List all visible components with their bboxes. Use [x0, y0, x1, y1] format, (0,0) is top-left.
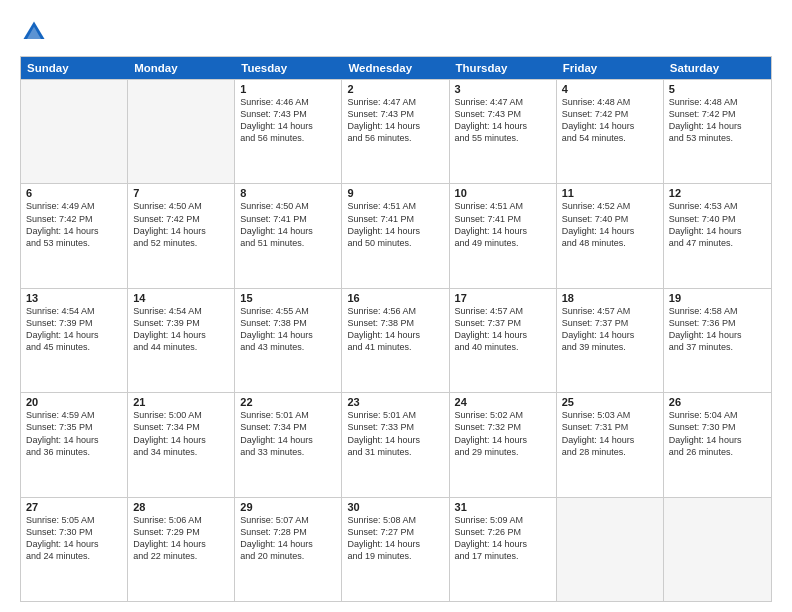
- cell-info: Sunrise: 5:03 AM Sunset: 7:31 PM Dayligh…: [562, 409, 658, 458]
- weekday-header: Friday: [557, 57, 664, 79]
- day-number: 5: [669, 83, 766, 95]
- day-number: 24: [455, 396, 551, 408]
- weekday-header: Wednesday: [342, 57, 449, 79]
- calendar-cell: 18Sunrise: 4:57 AM Sunset: 7:37 PM Dayli…: [557, 289, 664, 392]
- cell-info: Sunrise: 5:06 AM Sunset: 7:29 PM Dayligh…: [133, 514, 229, 563]
- calendar-cell: 17Sunrise: 4:57 AM Sunset: 7:37 PM Dayli…: [450, 289, 557, 392]
- calendar-body: 1Sunrise: 4:46 AM Sunset: 7:43 PM Daylig…: [21, 79, 771, 601]
- calendar-cell: 13Sunrise: 4:54 AM Sunset: 7:39 PM Dayli…: [21, 289, 128, 392]
- day-number: 10: [455, 187, 551, 199]
- calendar-row: 13Sunrise: 4:54 AM Sunset: 7:39 PM Dayli…: [21, 288, 771, 392]
- day-number: 27: [26, 501, 122, 513]
- cell-info: Sunrise: 4:48 AM Sunset: 7:42 PM Dayligh…: [669, 96, 766, 145]
- weekday-header: Sunday: [21, 57, 128, 79]
- calendar-row: 20Sunrise: 4:59 AM Sunset: 7:35 PM Dayli…: [21, 392, 771, 496]
- calendar-cell: 30Sunrise: 5:08 AM Sunset: 7:27 PM Dayli…: [342, 498, 449, 601]
- weekday-header: Saturday: [664, 57, 771, 79]
- calendar-cell: 9Sunrise: 4:51 AM Sunset: 7:41 PM Daylig…: [342, 184, 449, 287]
- calendar-cell: 22Sunrise: 5:01 AM Sunset: 7:34 PM Dayli…: [235, 393, 342, 496]
- calendar-cell: 5Sunrise: 4:48 AM Sunset: 7:42 PM Daylig…: [664, 80, 771, 183]
- calendar-cell: 27Sunrise: 5:05 AM Sunset: 7:30 PM Dayli…: [21, 498, 128, 601]
- calendar-cell: 26Sunrise: 5:04 AM Sunset: 7:30 PM Dayli…: [664, 393, 771, 496]
- day-number: 19: [669, 292, 766, 304]
- cell-info: Sunrise: 4:47 AM Sunset: 7:43 PM Dayligh…: [455, 96, 551, 145]
- calendar-cell: 10Sunrise: 4:51 AM Sunset: 7:41 PM Dayli…: [450, 184, 557, 287]
- day-number: 31: [455, 501, 551, 513]
- day-number: 9: [347, 187, 443, 199]
- cell-info: Sunrise: 4:54 AM Sunset: 7:39 PM Dayligh…: [26, 305, 122, 354]
- cell-info: Sunrise: 4:52 AM Sunset: 7:40 PM Dayligh…: [562, 200, 658, 249]
- cell-info: Sunrise: 4:46 AM Sunset: 7:43 PM Dayligh…: [240, 96, 336, 145]
- day-number: 20: [26, 396, 122, 408]
- day-number: 11: [562, 187, 658, 199]
- header: [20, 18, 772, 46]
- calendar-cell: 20Sunrise: 4:59 AM Sunset: 7:35 PM Dayli…: [21, 393, 128, 496]
- cell-info: Sunrise: 4:57 AM Sunset: 7:37 PM Dayligh…: [562, 305, 658, 354]
- weekday-header: Monday: [128, 57, 235, 79]
- calendar-cell: 6Sunrise: 4:49 AM Sunset: 7:42 PM Daylig…: [21, 184, 128, 287]
- calendar-cell: 11Sunrise: 4:52 AM Sunset: 7:40 PM Dayli…: [557, 184, 664, 287]
- day-number: 8: [240, 187, 336, 199]
- cell-info: Sunrise: 4:49 AM Sunset: 7:42 PM Dayligh…: [26, 200, 122, 249]
- logo-icon: [20, 18, 48, 46]
- day-number: 17: [455, 292, 551, 304]
- day-number: 4: [562, 83, 658, 95]
- weekday-header: Thursday: [450, 57, 557, 79]
- calendar-cell: [128, 80, 235, 183]
- cell-info: Sunrise: 4:48 AM Sunset: 7:42 PM Dayligh…: [562, 96, 658, 145]
- cell-info: Sunrise: 4:47 AM Sunset: 7:43 PM Dayligh…: [347, 96, 443, 145]
- cell-info: Sunrise: 5:08 AM Sunset: 7:27 PM Dayligh…: [347, 514, 443, 563]
- cell-info: Sunrise: 4:50 AM Sunset: 7:42 PM Dayligh…: [133, 200, 229, 249]
- cell-info: Sunrise: 5:01 AM Sunset: 7:33 PM Dayligh…: [347, 409, 443, 458]
- day-number: 13: [26, 292, 122, 304]
- calendar-cell: 14Sunrise: 4:54 AM Sunset: 7:39 PM Dayli…: [128, 289, 235, 392]
- calendar-cell: 3Sunrise: 4:47 AM Sunset: 7:43 PM Daylig…: [450, 80, 557, 183]
- cell-info: Sunrise: 5:05 AM Sunset: 7:30 PM Dayligh…: [26, 514, 122, 563]
- calendar-cell: 2Sunrise: 4:47 AM Sunset: 7:43 PM Daylig…: [342, 80, 449, 183]
- calendar-cell: 31Sunrise: 5:09 AM Sunset: 7:26 PM Dayli…: [450, 498, 557, 601]
- cell-info: Sunrise: 4:55 AM Sunset: 7:38 PM Dayligh…: [240, 305, 336, 354]
- day-number: 18: [562, 292, 658, 304]
- calendar-row: 6Sunrise: 4:49 AM Sunset: 7:42 PM Daylig…: [21, 183, 771, 287]
- day-number: 3: [455, 83, 551, 95]
- cell-info: Sunrise: 5:09 AM Sunset: 7:26 PM Dayligh…: [455, 514, 551, 563]
- calendar-header: SundayMondayTuesdayWednesdayThursdayFrid…: [21, 57, 771, 79]
- day-number: 26: [669, 396, 766, 408]
- day-number: 15: [240, 292, 336, 304]
- cell-info: Sunrise: 4:53 AM Sunset: 7:40 PM Dayligh…: [669, 200, 766, 249]
- calendar-cell: 19Sunrise: 4:58 AM Sunset: 7:36 PM Dayli…: [664, 289, 771, 392]
- day-number: 14: [133, 292, 229, 304]
- calendar: SundayMondayTuesdayWednesdayThursdayFrid…: [20, 56, 772, 602]
- calendar-cell: 15Sunrise: 4:55 AM Sunset: 7:38 PM Dayli…: [235, 289, 342, 392]
- cell-info: Sunrise: 5:04 AM Sunset: 7:30 PM Dayligh…: [669, 409, 766, 458]
- calendar-cell: [557, 498, 664, 601]
- calendar-cell: [664, 498, 771, 601]
- day-number: 16: [347, 292, 443, 304]
- cell-info: Sunrise: 4:54 AM Sunset: 7:39 PM Dayligh…: [133, 305, 229, 354]
- cell-info: Sunrise: 4:51 AM Sunset: 7:41 PM Dayligh…: [455, 200, 551, 249]
- day-number: 29: [240, 501, 336, 513]
- calendar-cell: 7Sunrise: 4:50 AM Sunset: 7:42 PM Daylig…: [128, 184, 235, 287]
- calendar-cell: 28Sunrise: 5:06 AM Sunset: 7:29 PM Dayli…: [128, 498, 235, 601]
- cell-info: Sunrise: 5:02 AM Sunset: 7:32 PM Dayligh…: [455, 409, 551, 458]
- day-number: 22: [240, 396, 336, 408]
- weekday-header: Tuesday: [235, 57, 342, 79]
- cell-info: Sunrise: 5:01 AM Sunset: 7:34 PM Dayligh…: [240, 409, 336, 458]
- calendar-cell: 1Sunrise: 4:46 AM Sunset: 7:43 PM Daylig…: [235, 80, 342, 183]
- day-number: 23: [347, 396, 443, 408]
- calendar-cell: 25Sunrise: 5:03 AM Sunset: 7:31 PM Dayli…: [557, 393, 664, 496]
- day-number: 1: [240, 83, 336, 95]
- cell-info: Sunrise: 4:51 AM Sunset: 7:41 PM Dayligh…: [347, 200, 443, 249]
- day-number: 25: [562, 396, 658, 408]
- calendar-cell: 24Sunrise: 5:02 AM Sunset: 7:32 PM Dayli…: [450, 393, 557, 496]
- calendar-cell: 12Sunrise: 4:53 AM Sunset: 7:40 PM Dayli…: [664, 184, 771, 287]
- calendar-row: 27Sunrise: 5:05 AM Sunset: 7:30 PM Dayli…: [21, 497, 771, 601]
- day-number: 7: [133, 187, 229, 199]
- calendar-cell: 21Sunrise: 5:00 AM Sunset: 7:34 PM Dayli…: [128, 393, 235, 496]
- cell-info: Sunrise: 4:56 AM Sunset: 7:38 PM Dayligh…: [347, 305, 443, 354]
- day-number: 12: [669, 187, 766, 199]
- calendar-row: 1Sunrise: 4:46 AM Sunset: 7:43 PM Daylig…: [21, 79, 771, 183]
- cell-info: Sunrise: 5:07 AM Sunset: 7:28 PM Dayligh…: [240, 514, 336, 563]
- calendar-cell: 29Sunrise: 5:07 AM Sunset: 7:28 PM Dayli…: [235, 498, 342, 601]
- calendar-cell: 16Sunrise: 4:56 AM Sunset: 7:38 PM Dayli…: [342, 289, 449, 392]
